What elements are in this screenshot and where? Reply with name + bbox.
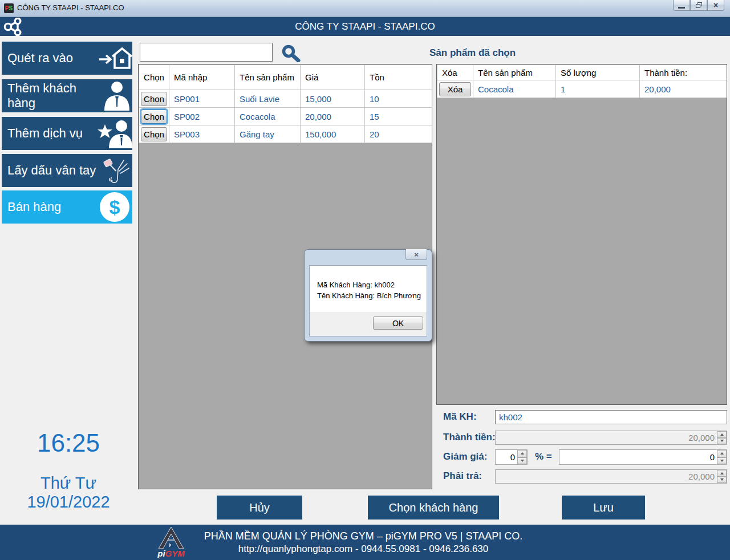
fingerprint-hand-icon	[97, 156, 132, 185]
product-price: 15,000	[301, 90, 365, 108]
close-icon: ×	[414, 250, 419, 259]
spin-up-icon[interactable]	[517, 450, 527, 457]
table-row: Chọn SP001 Suối Lavie 15,000 10	[139, 90, 433, 108]
payable-field	[495, 469, 727, 484]
product-name: Găng tay	[235, 125, 301, 143]
save-button[interactable]: Lưu	[562, 496, 645, 520]
dialog-close-button[interactable]: ×	[405, 249, 427, 260]
product-price: 20,000	[301, 108, 365, 125]
table-row: Chọn SP003 Găng tay 150,000 20	[139, 125, 433, 143]
product-stock: 10	[365, 90, 433, 108]
customer-code-label: Mã KH:	[443, 411, 477, 423]
restore-icon	[696, 2, 702, 8]
col-ton: Tồn	[365, 65, 433, 90]
product-name: Suối Lavie	[235, 90, 301, 108]
sidebar-item-lay-dau-van-tay[interactable]: Lấy dấu vân tay	[2, 154, 132, 187]
col-gia: Giá	[301, 65, 365, 90]
product-price: 150,000	[301, 125, 365, 143]
product-stock: 20	[365, 125, 433, 143]
spin-up-icon[interactable]	[717, 431, 727, 438]
app-icon: PS	[4, 3, 14, 13]
subtotal-spinner[interactable]	[717, 431, 727, 444]
app-header: CÔNG TY STAAPI - STAAPI.CO	[0, 17, 730, 36]
sidebar-item-them-khach-hang[interactable]: Thêm khách hàng	[2, 79, 132, 112]
minimize-button[interactable]	[673, 0, 690, 11]
subtotal-field	[495, 431, 727, 445]
window-titlebar: PS CÔNG TY STAAPI - STAAPI.CO ×	[0, 0, 730, 17]
dialog-footer: OK	[310, 313, 427, 336]
spin-up-icon[interactable]	[717, 470, 727, 477]
sidebar-item-them-dich-vu[interactable]: Thêm dịch vụ	[2, 117, 132, 150]
percent-equals-label: % =	[535, 451, 552, 462]
clock-date: 19/01/2022	[0, 493, 137, 512]
customer-name-line: Tên Khách Hàng: Bích Phương	[317, 290, 421, 301]
selected-total: 20,000	[640, 80, 728, 98]
product-code: SP003	[169, 125, 235, 143]
spin-down-icon[interactable]	[517, 457, 527, 465]
discount-percent-spinner[interactable]	[517, 450, 527, 464]
select-product-button[interactable]: Chọn	[141, 92, 167, 106]
products-header-row: Chọn Mã nhập Tên sản phẩm Giá Tồn	[139, 65, 433, 90]
star-person-icon	[97, 119, 132, 148]
selected-name: Cocacola	[473, 80, 556, 98]
col-ma-nhap: Mã nhập	[169, 65, 235, 90]
discount-percent-field[interactable]	[495, 449, 528, 465]
select-product-button[interactable]: Chọn	[141, 109, 167, 124]
col-ten-san-pham: Tên sản phẩm	[235, 65, 301, 90]
window-title: CÔNG TY STAAPI - STAAPI.CO	[17, 3, 124, 12]
spin-down-icon[interactable]	[717, 438, 727, 445]
search-input[interactable]	[140, 43, 273, 62]
footer-line1: PHẦN MỀM QUẢN LÝ PHÒNG GYM – piGYM PRO V…	[0, 530, 727, 542]
discount-amount-field[interactable]	[559, 449, 727, 465]
selected-products-grid: Xóa Tên sản phẩm Số lượng Thành tiền: Xó…	[436, 64, 727, 405]
page-title: CÔNG TY STAAPI - STAAPI.CO	[0, 21, 730, 33]
sidebar-item-ban-hang[interactable]: Bán hàng $	[2, 190, 132, 224]
close-button[interactable]: ×	[707, 0, 724, 11]
product-code: SP002	[169, 108, 235, 125]
ok-button[interactable]: OK	[373, 316, 423, 330]
product-stock: 15	[365, 108, 433, 125]
cancel-button[interactable]: Hủy	[217, 496, 302, 520]
selected-header-row: Xóa Tên sản phẩm Số lượng Thành tiền:	[437, 65, 728, 80]
table-row: Chọn SP002 Cocacola 20,000 15	[139, 108, 433, 125]
subtotal-label: Thành tiền:	[443, 432, 496, 443]
window-controls: ×	[673, 0, 724, 11]
dollar-icon: $	[97, 192, 132, 222]
home-arrow-icon	[97, 44, 132, 72]
footer-line2: http://quanlyphongtap.com - 0944.55.0981…	[0, 543, 727, 555]
spin-down-icon[interactable]	[717, 457, 727, 465]
customer-code-field[interactable]	[495, 410, 727, 424]
spin-up-icon[interactable]	[717, 450, 727, 457]
spin-down-icon[interactable]	[717, 477, 727, 484]
col-xoa: Xóa	[437, 65, 473, 80]
selected-products-title: Sản phẩm đã chọn	[429, 47, 516, 59]
product-name: Cocacola	[235, 108, 301, 125]
sidebar-item-quet-ra-vao[interactable]: Quét ra vào	[2, 42, 132, 75]
select-product-button[interactable]: Chọn	[141, 127, 167, 141]
footer: piGYM PHẦN MỀM QUẢN LÝ PHÒNG GYM – piGYM…	[0, 525, 730, 560]
minimize-icon	[678, 7, 685, 9]
discount-amount-spinner[interactable]	[717, 450, 727, 464]
product-code: SP001	[169, 90, 235, 108]
dialog-message: Mã Khách Hàng: kh002 Tên Khách Hàng: Bíc…	[317, 279, 421, 301]
payable-spinner[interactable]	[717, 470, 727, 483]
selected-qty: 1	[556, 80, 640, 98]
table-row: Xóa Cocacola 1 20,000	[437, 80, 728, 98]
customer-info-dialog: × Mã Khách Hàng: kh002 Tên Khách Hàng: B…	[304, 249, 432, 342]
customer-code-line: Mã Khách Hàng: kh002	[317, 279, 421, 290]
dialog-body: Mã Khách Hàng: kh002 Tên Khách Hàng: Bíc…	[309, 265, 427, 336]
choose-customer-button[interactable]: Chọn khách hàng	[368, 496, 499, 520]
delete-item-button[interactable]: Xóa	[439, 82, 471, 96]
person-icon	[97, 81, 132, 111]
app-window: PS CÔNG TY STAAPI - STAAPI.CO × CÔNG TY …	[0, 0, 730, 560]
col-chon: Chọn	[139, 65, 169, 90]
clock-time: 16:25	[0, 429, 137, 457]
col-so-luong: Số lượng	[556, 65, 640, 80]
col-thanh-tien: Thành tiền:	[640, 65, 728, 80]
col-ten-san-pham: Tên sản phẩm	[473, 65, 556, 80]
clock-weekday: Thứ Tư	[0, 474, 137, 493]
discount-label: Giảm giá:	[443, 451, 487, 462]
search-icon[interactable]	[281, 44, 301, 62]
restore-button[interactable]	[690, 0, 707, 11]
payable-label: Phải trả:	[443, 470, 482, 482]
